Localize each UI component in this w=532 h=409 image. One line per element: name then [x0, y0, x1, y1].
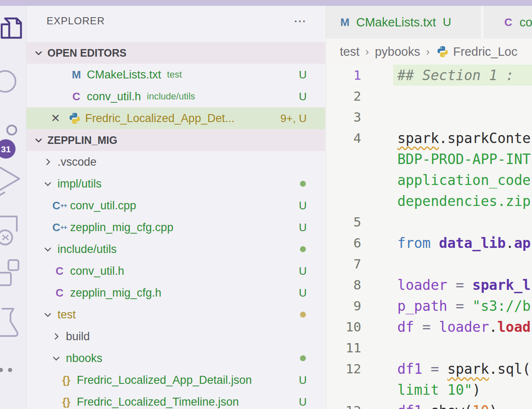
line-number: 6	[326, 235, 371, 250]
explorer-icon	[2, 18, 22, 38]
code-line[interactable]: 2	[326, 86, 532, 107]
git-status-badge: U	[299, 396, 307, 409]
git-status-badge: 9+, U	[280, 112, 307, 125]
sidebar-title: EXPLORER	[47, 15, 105, 27]
open-editors-list: MCMakeLists.txttestUCconv_util.hinclude/…	[26, 64, 325, 129]
folder-name: .vscode	[57, 156, 96, 169]
workspace-section-header[interactable]: ZEPPLIN_MIG	[26, 129, 325, 151]
code-line[interactable]: limit 10")	[326, 379, 532, 400]
views-and-more-actions-button[interactable]: ⋯	[294, 13, 308, 28]
code-line[interactable]: 7	[326, 253, 532, 274]
file-name: zepplin_mig_cfg.h	[70, 287, 162, 300]
line-number: 2	[326, 89, 371, 104]
code-line[interactable]: 11	[326, 337, 532, 358]
tree-file-conv_util.h[interactable]: Cconv_util.hU	[26, 260, 325, 282]
code-line[interactable]: 13df1.show(10)	[326, 400, 532, 409]
code-text: limit 10")	[397, 382, 481, 398]
chevron-down-icon	[52, 354, 61, 363]
git-status-badge: U	[299, 374, 307, 387]
file-path: include/utils	[147, 91, 195, 102]
code-text: df1 = spark.sql(	[397, 361, 531, 377]
file-path: test	[167, 69, 182, 80]
code-text: spark.sparkConte	[397, 130, 531, 146]
c-file-icon: C	[68, 90, 84, 103]
code-text: from data_lib.ap	[397, 235, 531, 251]
tree-file-Fredric_Localized_App_Detail.json[interactable]: {}Fredric_Localized_App_Detail.jsonU	[26, 369, 325, 391]
breadcrumb-separator: ›	[365, 45, 369, 58]
close-icon[interactable]: ✕	[51, 112, 68, 125]
file-name: Fredric_Localized_App_Detail.json	[77, 374, 252, 387]
git-status-badge: U	[299, 221, 307, 234]
open-editor-item[interactable]: Cconv_util.hinclude/utilsU	[26, 86, 325, 107]
tree-file-Fredric_Localized_Timeline.json[interactable]: {}Fredric_Localized_Timeline.jsonU	[26, 391, 325, 409]
tab-cmakelists[interactable]: M CMakeLists.txt U	[326, 6, 481, 39]
file-name: conv_util.h	[87, 90, 141, 103]
open-editor-item[interactable]: ✕Fredric_Localized_App_Det...9+, U	[26, 107, 325, 129]
open-editors-section-header[interactable]: OPEN EDITORS	[26, 42, 325, 64]
line-number: 3	[326, 109, 371, 125]
tab-bar: M CMakeLists.txt U C co	[326, 6, 532, 39]
json-file-icon: {}	[58, 396, 74, 408]
breadcrumb-separator: ›	[426, 45, 430, 58]
json-file-icon: {}	[58, 374, 74, 386]
tree-folder-include/utils[interactable]: include/utils	[26, 238, 325, 260]
code-line[interactable]: application_code	[326, 169, 532, 190]
code-line[interactable]: 12df1 = spark.sql(	[326, 358, 532, 379]
code-text: loader = spark_l	[397, 277, 531, 293]
line-number: 1	[326, 68, 371, 83]
title-bar	[0, 0, 532, 6]
cmake-file-icon: M	[337, 16, 353, 29]
code-line[interactable]: dependencies.zip	[326, 190, 532, 211]
code-line[interactable]: 8loader = spark_l	[326, 274, 532, 295]
chevron-down-icon	[43, 245, 52, 254]
code-line[interactable]: 10df = loader.load	[326, 316, 532, 337]
c-file-icon: C	[52, 265, 68, 278]
tree-folder-nbooks[interactable]: nbooks	[26, 347, 325, 369]
code-text: dependencies.zip	[397, 193, 531, 209]
code-line[interactable]: 5	[326, 211, 532, 232]
changes-dot-badge	[300, 181, 306, 187]
chevron-down-icon	[34, 135, 43, 145]
tree-file-zepplin_mig_cfg.h[interactable]: Czepplin_mig_cfg.hU	[26, 282, 325, 304]
tree-file-conv_util.cpp[interactable]: C++conv_util.cppU	[26, 195, 325, 216]
code-line[interactable]: 9p_path = "s3://b	[326, 295, 532, 316]
run-debug-icon	[0, 167, 19, 195]
tree-folder-build[interactable]: build	[26, 326, 325, 347]
git-status-badge: U	[299, 265, 307, 278]
source-control-icon: 31	[0, 125, 16, 159]
code-line[interactable]: 6from data_lib.ap	[326, 232, 532, 253]
code-line[interactable]: 1## Section 1 :	[326, 65, 532, 86]
code-line[interactable]: BDP-PROD-APP-INT	[326, 148, 532, 169]
open-editor-item[interactable]: MCMakeLists.txttestU	[26, 64, 325, 86]
file-name: Fredric_Localized_Timeline.json	[77, 396, 239, 409]
code-text: p_path = "s3://b	[397, 298, 531, 314]
line-number: 4	[326, 130, 371, 146]
tree-file-zepplin_mig_cfg.cpp[interactable]: C++zepplin_mig_cfg.cppU	[26, 216, 325, 238]
code-line[interactable]: 4spark.sparkConte	[326, 128, 532, 148]
code-line[interactable]: 3	[326, 107, 532, 128]
cmake-file-icon: M	[68, 68, 84, 81]
tab-conv-util[interactable]: C co	[483, 6, 532, 39]
activity-bar[interactable]: 31	[0, 6, 26, 409]
breadcrumb-item-file[interactable]: Fredric_Loc	[453, 45, 517, 59]
breadcrumb-item-test[interactable]: test	[340, 45, 360, 59]
git-status-badge: U	[299, 199, 307, 212]
line-number: 8	[326, 277, 371, 292]
tree-folder-test[interactable]: test	[26, 304, 325, 326]
cpp-file-icon: C++	[52, 221, 68, 234]
line-number: 13	[326, 403, 371, 409]
file-tree: .vscodeimpl/utilsC++conv_util.cppUC++zep…	[26, 151, 325, 409]
breadcrumb-item-pybooks[interactable]: pybooks	[375, 45, 420, 59]
more-icon	[0, 368, 12, 372]
chevron-down-icon	[43, 179, 52, 188]
line-number: 5	[326, 214, 371, 229]
changes-dot-badge	[300, 312, 306, 318]
remote-explorer-icon	[0, 216, 17, 245]
tree-folder-impl/utils[interactable]: impl/utils	[26, 173, 325, 195]
testing-icon	[0, 309, 18, 336]
tree-folder-.vscode[interactable]: .vscode	[26, 151, 325, 173]
code-editor[interactable]: 1## Section 1 :234spark.sparkConteBDP-PR…	[326, 65, 532, 409]
line-number: 7	[326, 256, 371, 271]
folder-name: build	[66, 330, 90, 343]
modified-badge: U	[443, 16, 451, 29]
